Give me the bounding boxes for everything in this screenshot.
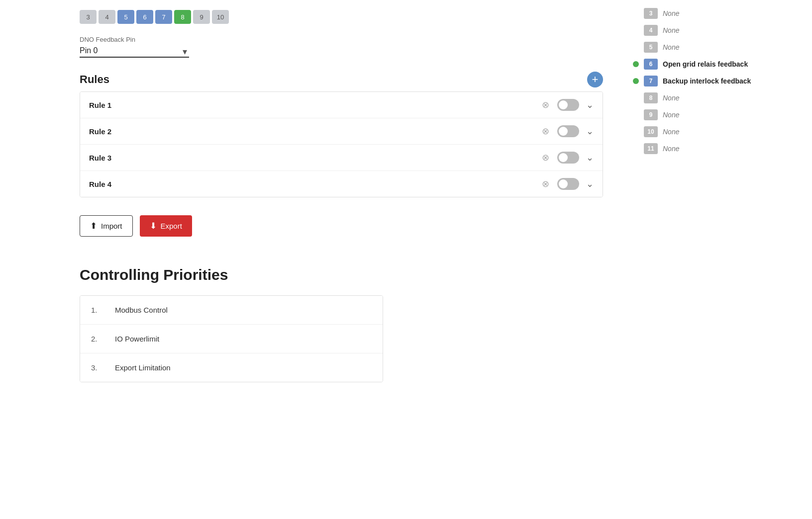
pin-7-badge: 7 xyxy=(644,76,658,86)
pin-item-3: 3 None xyxy=(633,5,797,22)
rule-2-toggle[interactable] xyxy=(557,125,579,137)
rules-title: Rules xyxy=(80,73,109,86)
rule-1-slider xyxy=(557,99,579,111)
priority-item: 1. Modbus Control xyxy=(80,296,383,325)
pin-btn-8[interactable]: 8 xyxy=(174,10,191,24)
rule-3-toggle[interactable] xyxy=(557,152,579,164)
pin-5-badge: 5 xyxy=(644,42,658,53)
main-content: 3 4 5 6 7 8 9 10 DNO Feedback Pin Pin 0 … xyxy=(0,0,623,519)
pin-11-badge: 11 xyxy=(644,143,658,154)
rule-4-expand-icon[interactable]: ⌄ xyxy=(586,178,594,189)
rules-section: Rules + Rule 1 ⊗ ⌄ Rule 2 ⊗ xyxy=(80,72,603,197)
add-rule-button[interactable]: + xyxy=(587,72,603,87)
rule-3-expand-icon[interactable]: ⌄ xyxy=(586,152,594,163)
export-label: Export xyxy=(161,222,182,230)
rule-4-name: Rule 4 xyxy=(89,180,542,188)
pin-5-label: None xyxy=(663,43,679,51)
pin-item-7: 7 Backup interlock feedback xyxy=(633,73,797,89)
pin-7-label: Backup interlock feedback xyxy=(663,77,751,85)
pin-10-label: None xyxy=(663,128,679,136)
priority-item: 3. Export Limitation xyxy=(80,353,383,382)
action-buttons: ⬆ Import ⬇ Export xyxy=(80,215,603,237)
priority-item: 2. IO Powerlimit xyxy=(80,325,383,353)
priorities-title: Controlling Priorities xyxy=(80,266,603,283)
rule-1-name: Rule 1 xyxy=(89,101,542,109)
export-icon: ⬇ xyxy=(150,221,157,231)
pin-btn-10[interactable]: 10 xyxy=(212,10,229,24)
priority-1-name: Modbus Control xyxy=(115,306,168,314)
pin-btn-3[interactable]: 3 xyxy=(80,10,97,24)
rule-3-slider xyxy=(557,152,579,164)
rule-row: Rule 1 ⊗ ⌄ xyxy=(80,92,603,118)
pin-btn-4[interactable]: 4 xyxy=(99,10,115,24)
dno-section: DNO Feedback Pin Pin 0 Pin 1 Pin 2 Pin 3… xyxy=(80,36,603,58)
priority-1-number: 1. xyxy=(91,306,103,314)
pin-btn-6[interactable]: 6 xyxy=(136,10,153,24)
rule-2-name: Rule 2 xyxy=(89,127,542,136)
rule-1-delete-icon[interactable]: ⊗ xyxy=(542,99,549,110)
rule-2-slider xyxy=(557,125,579,137)
priority-2-name: IO Powerlimit xyxy=(115,335,159,343)
pin-4-label: None xyxy=(663,26,679,34)
pin-3-badge: 3 xyxy=(644,8,658,19)
pin-btn-5[interactable]: 5 xyxy=(117,10,134,24)
dno-feedback-select[interactable]: Pin 0 Pin 1 Pin 2 Pin 3 Pin 4 xyxy=(80,46,189,55)
pin-btn-7[interactable]: 7 xyxy=(155,10,172,24)
pin-item-6: 6 Open grid relais feedback xyxy=(633,56,797,73)
priorities-section: Controlling Priorities 1. Modbus Control… xyxy=(80,266,603,382)
pin-item-9: 9 None xyxy=(633,106,797,123)
pin-item-10: 10 None xyxy=(633,123,797,140)
rule-2-expand-icon[interactable]: ⌄ xyxy=(586,126,594,137)
pin-8-badge: 8 xyxy=(644,92,658,103)
pin-9-label: None xyxy=(663,111,679,119)
pin-item-8: 8 None xyxy=(633,89,797,106)
rule-4-delete-icon[interactable]: ⊗ xyxy=(542,178,549,189)
rule-row: Rule 2 ⊗ ⌄ xyxy=(80,118,603,145)
right-sidebar: 3 None 4 None 5 None 6 Open grid relais … xyxy=(623,0,812,519)
pin-7-indicator xyxy=(633,78,639,84)
export-button[interactable]: ⬇ Export xyxy=(140,215,192,237)
rule-1-expand-icon[interactable]: ⌄ xyxy=(586,99,594,110)
rule-2-delete-icon[interactable]: ⊗ xyxy=(542,126,549,137)
pin-list: 3 None 4 None 5 None 6 Open grid relais … xyxy=(633,5,797,157)
rule-4-slider xyxy=(557,178,579,190)
rule-4-toggle[interactable] xyxy=(557,178,579,190)
page-wrapper: 3 4 5 6 7 8 9 10 DNO Feedback Pin Pin 0 … xyxy=(0,0,812,519)
rule-3-delete-icon[interactable]: ⊗ xyxy=(542,152,549,163)
import-label: Import xyxy=(101,222,122,230)
pin-11-label: None xyxy=(663,145,679,153)
pin-item-5: 5 None xyxy=(633,39,797,56)
pin-10-badge: 10 xyxy=(644,126,658,137)
pin-3-label: None xyxy=(663,9,679,17)
pin-6-label: Open grid relais feedback xyxy=(663,60,748,68)
priority-3-number: 3. xyxy=(91,363,103,372)
rules-container: Rule 1 ⊗ ⌄ Rule 2 ⊗ ⌄ xyxy=(80,91,603,197)
priority-3-name: Export Limitation xyxy=(115,363,171,372)
pin-8-label: None xyxy=(663,94,679,102)
pin-6-badge: 6 xyxy=(644,59,658,70)
rule-row: Rule 3 ⊗ ⌄ xyxy=(80,145,603,171)
priorities-list: 1. Modbus Control 2. IO Powerlimit 3. Ex… xyxy=(80,295,383,382)
pin-9-badge: 9 xyxy=(644,109,658,120)
pin-item-4: 4 None xyxy=(633,22,797,39)
rules-header: Rules + xyxy=(80,72,603,87)
import-button[interactable]: ⬆ Import xyxy=(80,215,133,237)
pin-4-badge: 4 xyxy=(644,25,658,36)
rule-1-toggle[interactable] xyxy=(557,99,579,111)
import-icon: ⬆ xyxy=(90,221,97,231)
dno-label: DNO Feedback Pin xyxy=(80,36,603,43)
pin-6-indicator xyxy=(633,61,639,67)
priority-2-number: 2. xyxy=(91,335,103,343)
dno-select-wrapper: Pin 0 Pin 1 Pin 2 Pin 3 Pin 4 ▾ xyxy=(80,46,189,58)
pin-item-11: 11 None xyxy=(633,140,797,157)
pin-buttons-row: 3 4 5 6 7 8 9 10 xyxy=(80,10,603,24)
rule-row: Rule 4 ⊗ ⌄ xyxy=(80,171,603,197)
pin-btn-9[interactable]: 9 xyxy=(193,10,210,24)
rule-3-name: Rule 3 xyxy=(89,154,542,162)
